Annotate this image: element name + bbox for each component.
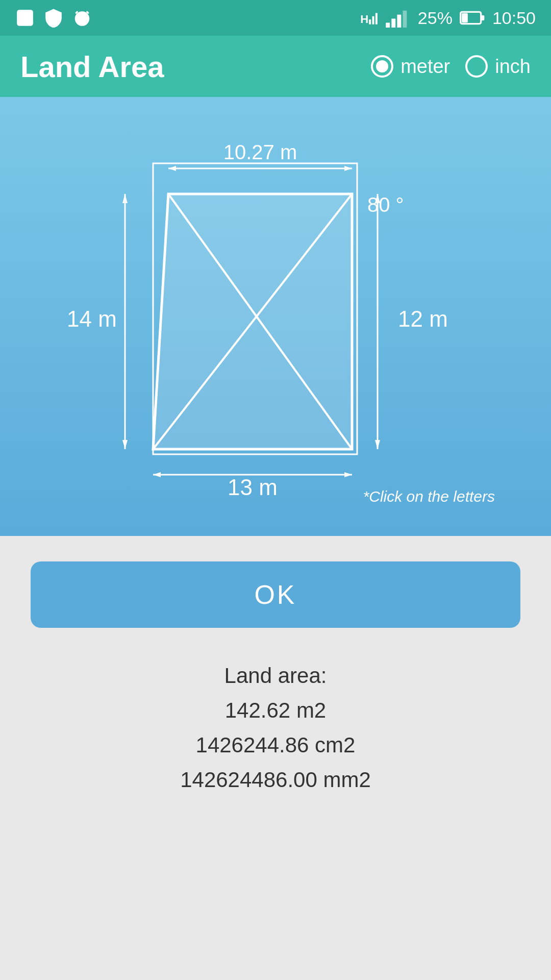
land-area-cm2: 1426244.86 cm2: [31, 733, 520, 757]
meter-radio-circle[interactable]: [371, 55, 393, 78]
data-icon: H: [359, 8, 378, 28]
status-icons: [15, 8, 92, 28]
land-diagram-svg[interactable]: 10.27 m 80 ° 12 m 14 m 13 m: [46, 117, 505, 516]
svg-marker-27: [122, 194, 128, 203]
ok-section: OK: [0, 536, 551, 648]
svg-rect-15: [462, 13, 468, 22]
meter-radio[interactable]: meter: [371, 55, 450, 78]
app-bar: Land Area meter inch: [0, 36, 551, 97]
status-right: H 25% 10:50: [359, 8, 536, 28]
signal-icon: [385, 8, 411, 28]
time-display: 10:50: [492, 8, 536, 28]
angle-label[interactable]: 80 °: [367, 193, 404, 216]
svg-rect-11: [397, 15, 401, 28]
inch-radio[interactable]: inch: [465, 55, 531, 78]
image-icon: [15, 8, 35, 28]
svg-line-4: [87, 11, 89, 13]
svg-marker-30: [153, 472, 161, 477]
top-side-label[interactable]: 10.27 m: [223, 141, 297, 163]
bottom-side-label[interactable]: 13 m: [228, 475, 278, 500]
diagram-area: 10.27 m 80 ° 12 m 14 m 13 m *Click on th…: [0, 97, 551, 536]
svg-marker-28: [122, 440, 128, 449]
inch-label: inch: [495, 56, 531, 78]
left-side-label[interactable]: 14 m: [67, 306, 117, 331]
svg-point-1: [21, 14, 23, 16]
right-side-label[interactable]: 12 m: [398, 306, 448, 331]
svg-text:H: H: [360, 13, 368, 26]
app-title: Land Area: [20, 50, 164, 84]
status-bar: H 25% 10:50: [0, 0, 551, 36]
land-area-label: Land area:: [31, 664, 520, 688]
meter-label: meter: [400, 56, 450, 78]
inch-radio-circle[interactable]: [465, 55, 488, 78]
land-area-mm2: 142624486.00 mm2: [31, 768, 520, 792]
svg-marker-25: [375, 440, 380, 449]
svg-rect-12: [403, 11, 407, 28]
alarm-icon: [72, 8, 92, 28]
battery-icon: [460, 8, 485, 28]
battery-percentage: 25%: [418, 8, 453, 28]
diagram-canvas: 10.27 m 80 ° 12 m 14 m 13 m *Click on th…: [46, 117, 505, 516]
results-section: Land area: 142.62 m2 1426244.86 cm2 1426…: [0, 648, 551, 843]
svg-rect-10: [391, 19, 395, 28]
svg-rect-9: [386, 23, 390, 28]
svg-rect-14: [481, 15, 485, 20]
shield-check-icon: [44, 8, 63, 28]
svg-marker-31: [344, 472, 352, 477]
land-area-m2: 142.62 m2: [31, 698, 520, 723]
svg-marker-21: [168, 166, 176, 171]
svg-marker-22: [344, 166, 352, 171]
svg-line-3: [76, 11, 78, 13]
ok-button[interactable]: OK: [31, 561, 520, 628]
hint-text: *Click on the letters: [363, 488, 495, 505]
unit-selector[interactable]: meter inch: [371, 55, 531, 78]
